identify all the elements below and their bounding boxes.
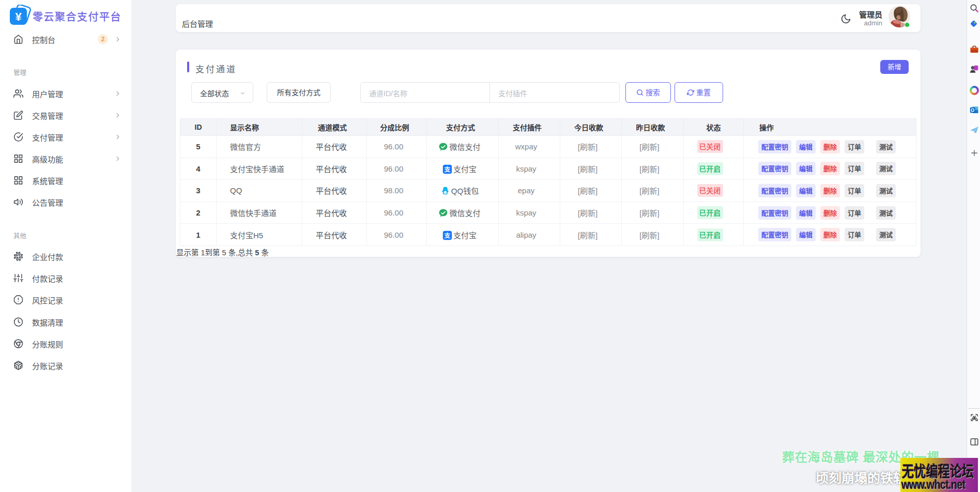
svg-text:支: 支 — [444, 232, 451, 239]
svg-text:支: 支 — [444, 166, 451, 173]
svg-text:¥: ¥ — [15, 10, 22, 23]
